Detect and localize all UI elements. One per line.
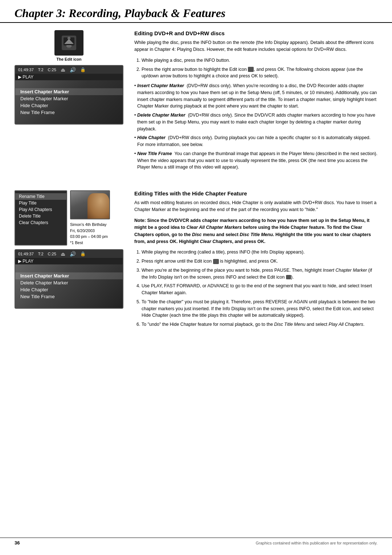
menu-play-all-chapters[interactable]: Play All Chapters xyxy=(15,206,66,213)
menu-play-title[interactable]: Play Title xyxy=(15,200,66,206)
icon-lock: 🔒 xyxy=(80,67,86,72)
page-footer: 36 Graphics contained within this public… xyxy=(0,538,392,548)
thumbnail-person xyxy=(87,193,109,219)
icon-disc: ⏏ xyxy=(61,67,65,73)
menu-new-title-frame-top[interactable]: New Title Frame xyxy=(15,109,123,116)
player-top-bar: 01:49:37 T:2 C:25 ⏏ 🔊 🔒 xyxy=(15,66,123,74)
play-label: ▶ PLAY xyxy=(18,74,33,80)
section1-intro-para: While playing the disc, press the INFO b… xyxy=(134,39,377,53)
menu-clear-chapters[interactable]: Clear Chapters xyxy=(15,219,66,226)
step1-2: Press the right arrow button to highligh… xyxy=(142,66,377,80)
menu-insert-chapter-bot[interactable]: Insert Chapter Marker xyxy=(15,272,123,279)
player-t: T:2 xyxy=(38,68,44,72)
section2-note: Note: Since the DVD/VCR adds chapter mar… xyxy=(134,217,377,246)
right-col-1: Editing DVD+R and DVD+RW discs While pla… xyxy=(131,30,377,174)
player-c: C:25 xyxy=(48,68,56,72)
icon-speaker: 🔊 xyxy=(70,67,76,73)
menu-hide-chapter[interactable]: Hide Chapter xyxy=(15,102,123,109)
titles-section: Rename Title Play Title Play All Chapter… xyxy=(15,190,123,246)
menu-rename-title[interactable]: Rename Title xyxy=(15,193,66,200)
player-video-area-bot: Insert Chapter Marker Delete Chapter Mar… xyxy=(15,264,123,308)
title-info-text: Simon's 4th Birthday Fri, 6/20/2003 03:0… xyxy=(70,222,123,246)
chapter-title: Chapter 3: Recording, Playback & Feature… xyxy=(15,7,377,20)
step1-1: While playing a disc, press the INFO but… xyxy=(142,57,377,64)
player-time-2: 01:49:37 xyxy=(18,252,34,256)
section1-layout: The Edit icon 01:49:37 T:2 C:25 ⏏ 🔊 🔒 ▶ … xyxy=(0,23,392,174)
player-screen-bottom: 01:49:37 T:2 C:25 ⏏ 🔊 🔒 ▶ PLAY Insert Ch… xyxy=(15,249,123,309)
page-number: 36 xyxy=(15,540,20,546)
section2-intro-para: As with most editing features on recorde… xyxy=(134,199,377,214)
player-time: 01:49:37 xyxy=(18,68,34,72)
player-menu-overlay-bot: Insert Chapter Marker Delete Chapter Mar… xyxy=(15,264,123,308)
svg-rect-4 xyxy=(66,45,72,46)
edit-icon-section: The Edit icon xyxy=(15,30,123,61)
player-c-2: C:25 xyxy=(48,252,56,256)
bullet-delete-chapter: Delete Chapter Marker (DVD+RW discs only… xyxy=(134,112,377,132)
icon-disc-2: ⏏ xyxy=(61,251,65,257)
section2-intro: As with most editing features on recorde… xyxy=(134,199,377,214)
bullet-new-title-frame: New Title Frame You can change the thumb… xyxy=(134,150,377,171)
player-video-area-top: Insert Chapter Marker Delete Chapter Mar… xyxy=(15,80,123,124)
section1-heading: Editing DVD+R and DVD+RW discs xyxy=(134,30,377,36)
menu-delete-chapter-bot[interactable]: Delete Chapter Marker xyxy=(15,279,123,286)
player-screen-top: 01:49:37 T:2 C:25 ⏏ 🔊 🔒 ▶ PLAY Insert Ch xyxy=(15,65,123,125)
player-screen-content-bot: Insert Chapter Marker Delete Chapter Mar… xyxy=(15,264,123,308)
player-top-bar-2: 01:49:37 T:2 C:25 ⏏ 🔊 🔒 xyxy=(15,250,123,258)
chapter-header: Chapter 3: Recording, Playback & Feature… xyxy=(0,0,392,23)
step2-5: To "hide the chapter" you must be playin… xyxy=(142,299,377,319)
title-thumbnail xyxy=(70,190,110,219)
menu-delete-chapter[interactable]: Delete Chapter Marker xyxy=(15,95,123,102)
title-name: Simon's 4th Birthday xyxy=(70,222,123,228)
bullet-hide-chapter: Hide Chapter (DVD+RW discs only). During… xyxy=(134,134,377,148)
title-info-panel: Simon's 4th Birthday Fri, 6/20/2003 03:0… xyxy=(70,190,123,246)
svg-rect-5 xyxy=(67,47,71,48)
step2-1: While playing the recording (called a ti… xyxy=(142,249,377,256)
menu-insert-chapter[interactable]: Insert Chapter Marker xyxy=(15,88,123,95)
spacer1 xyxy=(0,174,392,185)
footer-note: Graphics contained within this publicati… xyxy=(256,541,377,545)
right-col-2: Editing Titles with the Hide Chapter Fea… xyxy=(131,190,377,332)
play-label-2: ▶ PLAY xyxy=(18,259,33,264)
player-screen-content-top: Insert Chapter Marker Delete Chapter Mar… xyxy=(15,80,123,124)
menu-hide-chapter-bot[interactable]: Hide Chapter xyxy=(15,286,123,293)
title-time: 03:00 pm – 04:00 pm xyxy=(70,234,123,240)
title-menu-panel: Rename Title Play Title Play All Chapter… xyxy=(15,190,67,246)
player-t-2: T:2 xyxy=(38,252,44,256)
section2-layout: Rename Title Play Title Play All Chapter… xyxy=(0,185,392,332)
section1-steps: While playing a disc, press the INFO but… xyxy=(134,57,377,171)
page: Chapter 3: Recording, Playback & Feature… xyxy=(0,0,392,555)
menu-delete-title[interactable]: Delete Title xyxy=(15,213,66,219)
icon-lock-2: 🔒 xyxy=(80,251,86,256)
step2-4: Use PLAY, FAST FORWARD, or ADVANCE to go… xyxy=(142,283,377,296)
section2-steps: While playing the recording (called a ti… xyxy=(134,249,377,328)
step2-3: When you're at the beginning of the plac… xyxy=(142,267,377,281)
step2-6: To "undo" the Hide Chapter feature for n… xyxy=(142,321,377,328)
bullet-insert-chapter: Insert Chapter Marker (DVD+RW discs only… xyxy=(134,82,377,110)
player-play-bar-2: ▶ PLAY xyxy=(15,258,123,264)
icon-speaker-2: 🔊 xyxy=(70,251,76,257)
section2-heading: Editing Titles with the Hide Chapter Fea… xyxy=(134,190,377,197)
edit-icon-label: The Edit icon xyxy=(15,57,123,61)
edit-icon-image xyxy=(54,30,83,56)
section1-intro: While playing the disc, press the INFO b… xyxy=(134,39,377,53)
left-col-2: Rename Title Play Title Play All Chapter… xyxy=(15,190,131,332)
bullet-new-title-text: You can change the thumbnail image that … xyxy=(137,151,377,170)
title-quality: *1 Best xyxy=(70,240,123,246)
title-date: Fri, 6/20/2003 xyxy=(70,228,123,234)
player-play-bar: ▶ PLAY xyxy=(15,74,123,80)
bullet-hide-text: (DVD+RW discs only). During playback you… xyxy=(137,135,371,147)
svg-point-3 xyxy=(68,37,70,40)
left-col-1: The Edit icon 01:49:37 T:2 C:25 ⏏ 🔊 🔒 ▶ … xyxy=(15,30,131,174)
menu-new-title-frame-bot[interactable]: New Title Frame xyxy=(15,293,123,300)
player-menu-overlay-top: Insert Chapter Marker Delete Chapter Mar… xyxy=(15,80,123,124)
step2-2: Press right arrow until the Edit icon is… xyxy=(142,258,377,265)
edit-icon-svg xyxy=(60,34,78,52)
